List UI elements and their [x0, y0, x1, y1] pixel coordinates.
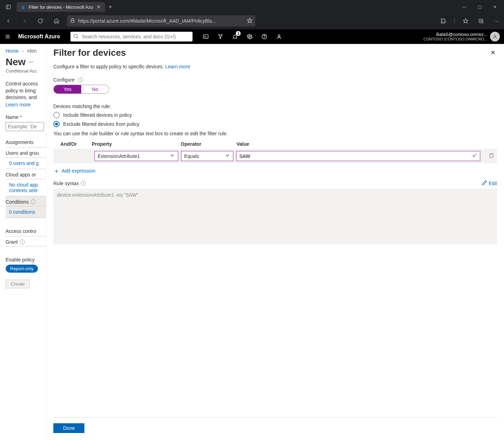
chevron-down-icon: [170, 153, 175, 159]
cloud-shell-icon[interactable]: [201, 32, 211, 41]
lock-icon: [70, 18, 75, 24]
account-menu[interactable]: BalaS@contoso.onmicr... CONTOSO (CONTOSO…: [423, 32, 501, 42]
enable-policy-label: Enable policy: [6, 257, 46, 263]
new-tab-button[interactable]: +: [108, 3, 112, 11]
window-close-button[interactable]: ✕: [487, 1, 503, 13]
notifications-icon[interactable]: 1: [230, 32, 240, 41]
info-icon[interactable]: i: [78, 77, 83, 82]
favorites-icon[interactable]: [461, 16, 471, 26]
learn-more-link[interactable]: Learn more: [165, 64, 190, 69]
radio-icon: [53, 112, 60, 118]
enable-policy-toggle[interactable]: Report-only: [6, 265, 38, 273]
more-menu-icon[interactable]: ⋯: [491, 16, 501, 26]
svg-rect-13: [204, 35, 208, 39]
create-button[interactable]: Create: [6, 280, 30, 288]
rule-syntax-box: device.extensionAttribute1 -eq "SAW": [53, 189, 497, 244]
forward-button[interactable]: [19, 15, 30, 26]
svg-rect-0: [6, 5, 10, 9]
policy-name-input[interactable]: [6, 122, 44, 131]
rule-table-header: And/Or Property Operator Value: [53, 139, 497, 149]
avatar-icon: [490, 32, 500, 41]
brand-label[interactable]: Microsoft Azure: [18, 33, 60, 40]
svg-marker-4: [463, 18, 468, 23]
account-email: BalaS@contoso.onmicr...: [423, 32, 487, 37]
home-button[interactable]: [51, 15, 62, 26]
add-expression-button[interactable]: ＋ Add expression: [53, 167, 497, 175]
users-groups-link[interactable]: 0 users and g: [6, 158, 46, 169]
global-search[interactable]: [70, 32, 193, 41]
url-text: https://portal.azure.com/#blade/Microsof…: [78, 18, 244, 24]
azure-favicon-icon: [20, 4, 26, 10]
users-groups-item[interactable]: Users and grou: [6, 147, 46, 158]
edit-syntax-button[interactable]: Edit: [482, 180, 497, 187]
help-icon[interactable]: [259, 32, 269, 41]
back-button[interactable]: [3, 15, 14, 26]
sidebar-toggle-icon[interactable]: [1, 4, 15, 10]
svg-rect-2: [71, 20, 74, 22]
collections-icon[interactable]: [476, 16, 486, 26]
browser-tab[interactable]: Filter for devices - Microsoft Azu ✕: [17, 2, 105, 12]
property-dropdown[interactable]: ExtensionAttribute1: [95, 151, 178, 161]
operator-dropdown[interactable]: Equals: [181, 151, 233, 161]
refresh-button[interactable]: [35, 15, 46, 26]
info-icon: i: [20, 240, 25, 244]
svg-point-11: [74, 34, 77, 37]
close-blade-button[interactable]: ✕: [489, 47, 497, 58]
feedback-icon[interactable]: [274, 32, 284, 41]
devices-matching-label: Devices matching the rule:: [53, 104, 497, 109]
address-bar[interactable]: https://portal.azure.com/#blade/Microsof…: [67, 15, 255, 26]
blade-intro: Configure a filter to apply policy to sp…: [53, 64, 497, 69]
assignments-heading: Assignments: [6, 139, 46, 147]
account-tenant: CONTOSO (CONTOSO.ONMICRO...: [423, 37, 487, 41]
extensions-icon[interactable]: [438, 16, 448, 26]
toggle-yes[interactable]: Yes: [54, 85, 81, 93]
svg-point-16: [249, 36, 250, 37]
close-tab-icon[interactable]: ✕: [96, 4, 101, 10]
svg-line-12: [77, 37, 78, 38]
settings-icon[interactable]: [245, 32, 255, 41]
breadcrumb-home[interactable]: Home: [6, 48, 18, 54]
svg-point-19: [278, 35, 280, 37]
window-minimize-button[interactable]: —: [457, 1, 472, 13]
radio-include[interactable]: Include filtered devices in policy: [53, 112, 497, 118]
window-maximize-button[interactable]: ▢: [472, 1, 487, 13]
portal-menu-button[interactable]: [3, 32, 13, 41]
rule-row: ExtensionAttribute1 Equals: [53, 149, 497, 163]
access-controls-heading: Access contro: [6, 228, 46, 236]
toggle-no[interactable]: No: [81, 85, 109, 93]
configure-label: Configure: [53, 77, 75, 83]
radio-icon: [53, 121, 60, 127]
cloud-apps-link[interactable]: No cloud app contexts sele: [6, 179, 46, 196]
done-button[interactable]: Done: [53, 423, 84, 433]
rule-note: You can use the rule builder or rule syn…: [53, 131, 497, 136]
page-title: New ⋯: [6, 56, 46, 68]
conditions-item[interactable]: Conditions i: [6, 196, 46, 206]
name-label: Name *: [6, 114, 46, 120]
configure-toggle[interactable]: Yes No: [53, 85, 109, 94]
info-icon: i: [31, 199, 36, 204]
svg-point-20: [494, 35, 496, 37]
svg-point-18: [264, 38, 265, 38]
favorite-icon[interactable]: [247, 18, 253, 24]
page-subtitle: Conditional Acc: [6, 68, 46, 74]
breadcrumb-item[interactable]: Iden: [27, 48, 37, 54]
pencil-icon: [482, 180, 487, 187]
learn-more-link[interactable]: Learn more: [6, 102, 46, 107]
directory-filter-icon[interactable]: [216, 32, 225, 41]
delete-row-button[interactable]: [486, 153, 497, 160]
toggle-report-only[interactable]: Report-only: [6, 265, 38, 272]
svg-marker-15: [219, 35, 223, 39]
rule-syntax-label: Rule syntax: [53, 181, 79, 186]
plus-icon: ＋: [53, 167, 60, 175]
svg-marker-3: [247, 18, 252, 23]
search-input[interactable]: [82, 34, 190, 39]
cloud-apps-item[interactable]: Cloud apps or: [6, 169, 46, 179]
conditions-link[interactable]: 0 conditions: [6, 206, 46, 218]
description-text: Control access policy to bring decisions…: [6, 81, 46, 101]
grant-item[interactable]: Grant i: [6, 236, 46, 246]
radio-exclude[interactable]: Exclude filtered devices from policy: [53, 121, 497, 127]
info-icon[interactable]: i: [81, 181, 86, 186]
search-icon: [73, 33, 79, 40]
value-input[interactable]: [236, 151, 480, 161]
blade-title: Filter for devices: [53, 47, 126, 58]
